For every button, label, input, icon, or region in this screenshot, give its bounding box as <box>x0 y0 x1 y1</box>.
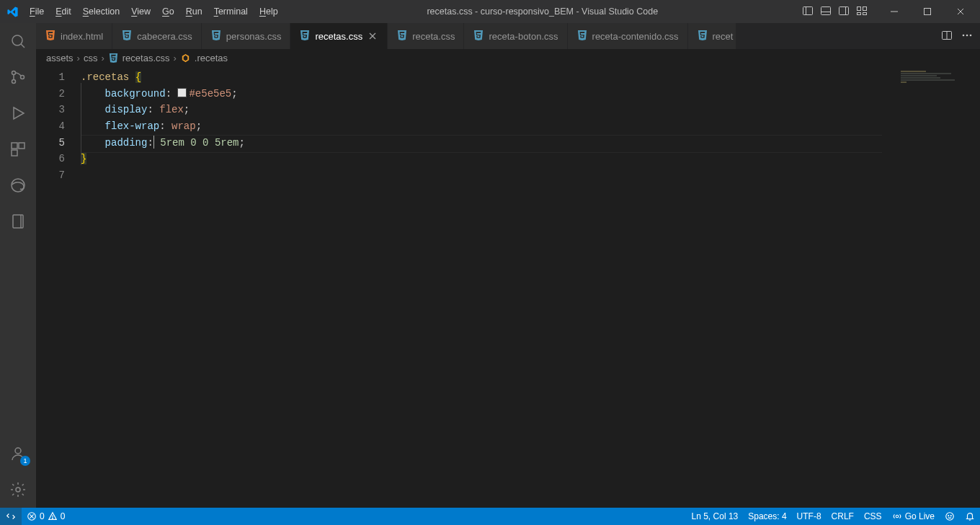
tab-label: recet <box>713 31 734 42</box>
tab-label: receta-boton.css <box>489 31 558 42</box>
status-encoding[interactable]: UTF-8 <box>792 508 827 525</box>
status-bell-icon[interactable] <box>960 508 980 525</box>
remote-indicator[interactable] <box>0 508 22 525</box>
svg-rect-4 <box>839 6 849 14</box>
menu-help[interactable]: Help <box>254 3 283 20</box>
svg-point-42 <box>950 516 951 516</box>
status-bar: 0 0 Ln 5, Col 13 Spaces: 4 UTF-8 CRLF CS… <box>0 508 980 525</box>
layout-controls <box>802 5 868 19</box>
css-file-icon <box>697 30 708 43</box>
toggle-primary-sidebar-icon[interactable] <box>802 5 814 19</box>
tab-label: recetas.css <box>315 31 362 42</box>
menu-bar: File Edit Selection View Go Run Terminal… <box>24 3 283 20</box>
breadcrumb-item[interactable]: assets <box>46 53 74 63</box>
chevron-right-icon: › <box>174 53 177 63</box>
menu-terminal[interactable]: Terminal <box>209 3 253 20</box>
svg-rect-23 <box>13 215 23 228</box>
menu-view[interactable]: View <box>126 3 156 20</box>
tab-receta-boton-css[interactable]: receta-boton.css <box>464 23 567 49</box>
svg-point-17 <box>12 80 16 84</box>
breadcrumb-item[interactable]: .recetas <box>195 53 228 63</box>
svg-rect-9 <box>863 12 867 14</box>
tab-label: receta.css <box>412 31 455 42</box>
tab-receta-css[interactable]: receta.css <box>388 23 464 49</box>
css-file-icon <box>210 30 222 43</box>
window-title: recetas.css - curso-responsivo_BEM - Vis… <box>283 6 802 17</box>
tab-label: index.html <box>61 31 103 42</box>
svg-point-41 <box>948 516 949 516</box>
status-go-live[interactable]: Go Live <box>887 508 940 525</box>
svg-rect-2 <box>821 6 831 14</box>
line-numbers: 1 2 3 4 5 6 7 <box>36 66 81 184</box>
tab-label: personas.css <box>226 31 282 42</box>
breadcrumb[interactable]: assets › css › recetas.css › .recetas <box>36 49 980 66</box>
menu-go[interactable]: Go <box>157 3 179 20</box>
svg-point-31 <box>963 34 965 36</box>
svg-rect-8 <box>858 12 861 14</box>
activity-settings-icon[interactable] <box>0 472 36 508</box>
status-eol[interactable]: CRLF <box>827 508 859 525</box>
css-file-icon <box>576 30 588 43</box>
chevron-right-icon: › <box>77 53 80 63</box>
tab-close-icon[interactable] <box>367 30 378 42</box>
svg-rect-6 <box>858 6 861 10</box>
minimap[interactable] <box>891 66 970 508</box>
svg-point-26 <box>16 488 20 492</box>
color-swatch[interactable] <box>177 88 187 97</box>
tab-label: receta-contenido.css <box>592 31 679 42</box>
tab-overflow[interactable]: recet <box>688 23 737 49</box>
title-bar: File Edit Selection View Go Run Terminal… <box>0 0 980 23</box>
svg-point-22 <box>12 179 24 192</box>
toggle-secondary-sidebar-icon[interactable] <box>838 5 850 19</box>
window-maximize-button[interactable] <box>911 0 944 23</box>
status-language[interactable]: CSS <box>859 508 887 525</box>
menu-file[interactable]: File <box>24 3 49 20</box>
window-minimize-button[interactable] <box>878 0 911 23</box>
activity-explorer-icon[interactable] <box>0 23 36 59</box>
menu-selection[interactable]: Selection <box>78 3 125 20</box>
chevron-right-icon: › <box>101 53 104 63</box>
svg-rect-7 <box>863 6 867 10</box>
status-feedback-icon[interactable] <box>940 508 960 525</box>
activity-source-control-icon[interactable] <box>0 59 36 95</box>
activity-accounts-icon[interactable]: 1 <box>0 436 36 472</box>
activity-extensions-icon[interactable] <box>0 131 36 167</box>
status-indentation[interactable]: Spaces: 4 <box>743 508 791 525</box>
tab-recetas-css[interactable]: recetas.css <box>290 23 388 49</box>
tab-personas-css[interactable]: personas.css <box>202 23 291 49</box>
svg-point-14 <box>12 35 22 45</box>
more-actions-icon[interactable] <box>961 30 973 43</box>
svg-rect-19 <box>12 143 17 149</box>
tab-receta-contenido-css[interactable]: receta-contenido.css <box>568 23 688 49</box>
activity-edge-icon[interactable] <box>0 167 36 203</box>
tab-index-html[interactable]: index.html <box>36 23 112 49</box>
status-cursor-pos[interactable]: Ln 5, Col 13 <box>687 508 744 525</box>
css-file-icon <box>108 52 119 63</box>
editor-scrollbar[interactable] <box>970 66 980 508</box>
css-file-icon <box>299 30 311 43</box>
text-cursor <box>153 136 154 149</box>
customize-layout-icon[interactable] <box>856 5 868 19</box>
svg-point-40 <box>946 513 954 521</box>
code-content[interactable]: .recetas { background: #e5e5e5; display:… <box>81 66 882 184</box>
svg-point-32 <box>966 34 968 36</box>
code-editor[interactable]: 1 2 3 4 5 6 7 .recetas { background: #e5… <box>36 66 980 508</box>
status-problems[interactable]: 0 0 <box>22 508 70 525</box>
svg-point-39 <box>896 515 899 518</box>
account-badge: 1 <box>20 456 30 466</box>
window-close-button[interactable] <box>944 0 977 23</box>
editor-tab-bar: index.html cabecera.css personas.css rec… <box>36 23 980 49</box>
breadcrumb-item[interactable]: recetas.css <box>122 53 170 63</box>
menu-edit[interactable]: Edit <box>50 3 76 20</box>
svg-rect-20 <box>19 143 24 149</box>
svg-point-25 <box>15 448 21 454</box>
tab-cabecera-css[interactable]: cabecera.css <box>112 23 202 49</box>
activity-book-icon[interactable] <box>0 203 36 239</box>
menu-run[interactable]: Run <box>181 3 208 20</box>
split-editor-icon[interactable] <box>941 30 953 43</box>
svg-point-16 <box>12 71 16 75</box>
activity-run-debug-icon[interactable] <box>0 95 36 131</box>
breadcrumb-item[interactable]: css <box>84 53 98 63</box>
toggle-panel-icon[interactable] <box>820 5 832 19</box>
css-file-icon <box>396 30 408 43</box>
